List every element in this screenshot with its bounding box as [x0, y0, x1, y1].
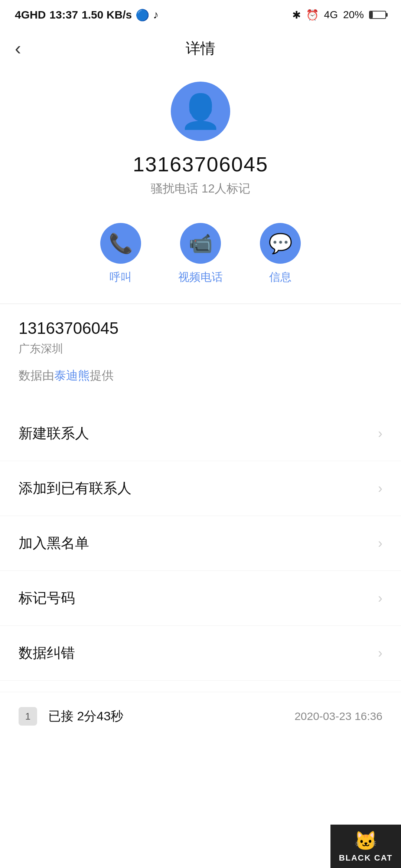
call-button[interactable]: 📞 呼叫 — [100, 223, 141, 285]
message-label: 信息 — [269, 270, 291, 285]
chevron-right-icon: › — [378, 426, 382, 441]
menu-new-contact-label: 新建联系人 — [19, 424, 89, 443]
chevron-right-icon-3: › — [378, 536, 382, 551]
source-link[interactable]: 泰迪熊 — [54, 369, 90, 382]
avatar: 👤 — [171, 82, 230, 141]
source-suffix: 提供 — [90, 369, 114, 382]
blackcat-text: BLACK CAT — [339, 853, 393, 863]
info-source: 数据由泰迪熊提供 — [19, 368, 382, 384]
video-call-button[interactable]: 📹 视频电话 — [178, 223, 223, 285]
menu-blacklist-label: 加入黑名单 — [19, 534, 89, 553]
info-section: 13163706045 广东深圳 数据由泰迪熊提供 — [0, 304, 401, 395]
back-icon: ‹ — [15, 38, 21, 59]
status-right: ✱ ⏰ 4G 20% — [292, 9, 386, 21]
call-badge-number: 1 — [25, 711, 30, 722]
call-history-left: 1 已接 2分43秒 — [19, 707, 123, 726]
call-label: 呼叫 — [110, 270, 132, 285]
info-phone-number: 13163706045 — [19, 319, 382, 338]
battery-percent: 20% — [343, 9, 364, 21]
network-type: 4GHD — [15, 9, 46, 21]
message-icon: 💬 — [268, 232, 293, 255]
status-bar: 4GHD 13:37 1.50 KB/s 🔵 ♪ ✱ ⏰ 4G 20% — [0, 0, 401, 30]
source-prefix: 数据由 — [19, 369, 54, 382]
phone-number-display: 13163706045 — [133, 152, 268, 176]
message-button[interactable]: 💬 信息 — [260, 223, 301, 285]
signal-4g-icon: 4G — [324, 9, 338, 21]
person-icon: 👤 — [180, 92, 221, 131]
message-icon-circle: 💬 — [260, 223, 301, 264]
menu-add-existing-label: 添加到已有联系人 — [19, 479, 131, 498]
menu-section: 新建联系人 › 添加到已有联系人 › 加入黑名单 › 标记号码 › 数据纠错 › — [0, 406, 401, 681]
call-number-badge: 1 — [19, 707, 37, 726]
wechat-icon: 🔵 — [136, 9, 149, 22]
menu-item-add-to-existing[interactable]: 添加到已有联系人 › — [0, 461, 401, 516]
menu-item-mark-number[interactable]: 标记号码 › — [0, 571, 401, 626]
blackcat-icon: 🐱 — [354, 830, 377, 852]
video-icon: 📹 — [189, 232, 213, 255]
spam-tag: 骚扰电话 12人标记 — [151, 181, 250, 197]
menu-item-data-correction[interactable]: 数据纠错 › — [0, 626, 401, 681]
call-timestamp: 2020-03-23 16:36 — [294, 710, 382, 723]
menu-mark-label: 标记号码 — [19, 589, 75, 608]
call-status: 已接 2分43秒 — [48, 708, 123, 725]
call-history-section: 1 已接 2分43秒 2020-03-23 16:36 — [0, 692, 401, 740]
chevron-right-icon-2: › — [378, 481, 382, 496]
video-label: 视频电话 — [178, 270, 223, 285]
back-button[interactable]: ‹ — [15, 39, 21, 57]
action-buttons: 📞 呼叫 📹 视频电话 💬 信息 — [0, 208, 401, 303]
alarm-icon: ⏰ — [306, 9, 319, 21]
chevron-right-icon-5: › — [378, 645, 382, 661]
avatar-section: 👤 13163706045 骚扰电话 12人标记 — [0, 67, 401, 208]
blackcat-watermark: 🐱 BLACK CAT — [330, 825, 401, 868]
header: ‹ 详情 — [0, 30, 401, 67]
call-icon-circle: 📞 — [100, 223, 141, 264]
bluetooth-icon: ✱ — [292, 9, 301, 21]
status-left: 4GHD 13:37 1.50 KB/s 🔵 ♪ — [15, 9, 159, 22]
speed: 1.50 KB/s — [82, 9, 132, 21]
phone-icon: 📞 — [109, 232, 133, 255]
info-location: 广东深圳 — [19, 341, 382, 356]
chevron-right-icon-4: › — [378, 591, 382, 606]
menu-item-blacklist[interactable]: 加入黑名单 › — [0, 516, 401, 571]
battery-icon — [369, 11, 386, 19]
tiktok-icon: ♪ — [153, 9, 159, 21]
video-icon-circle: 📹 — [180, 223, 221, 264]
menu-item-new-contact[interactable]: 新建联系人 › — [0, 406, 401, 461]
time: 13:37 — [49, 9, 78, 21]
menu-correction-label: 数据纠错 — [19, 644, 75, 662]
page-title: 详情 — [186, 38, 215, 59]
